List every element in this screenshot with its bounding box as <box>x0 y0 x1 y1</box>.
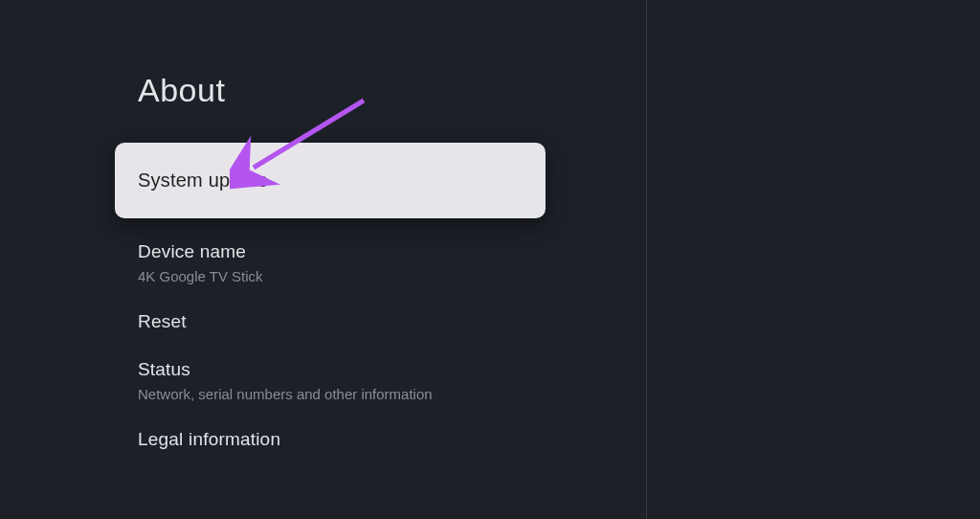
menu-item-system-update[interactable]: System update <box>115 143 546 218</box>
item-subtitle: Network, serial numbers and other inform… <box>138 386 523 402</box>
menu-item-legal-information[interactable]: Legal information <box>115 429 546 450</box>
menu-item-status[interactable]: Status Network, serial numbers and other… <box>115 359 546 402</box>
menu-item-reset[interactable]: Reset <box>115 311 546 332</box>
item-title: Status <box>138 359 523 380</box>
page-title: About <box>138 72 641 109</box>
about-panel: About System update Device name 4K Googl… <box>0 0 641 450</box>
sidebar-divider <box>646 0 647 519</box>
item-title: Legal information <box>138 429 523 450</box>
item-title: Reset <box>138 311 523 332</box>
item-subtitle: 4K Google TV Stick <box>138 268 523 284</box>
menu-item-device-name[interactable]: Device name 4K Google TV Stick <box>115 241 546 284</box>
item-title: Device name <box>138 241 523 262</box>
item-title: System update <box>138 169 523 192</box>
